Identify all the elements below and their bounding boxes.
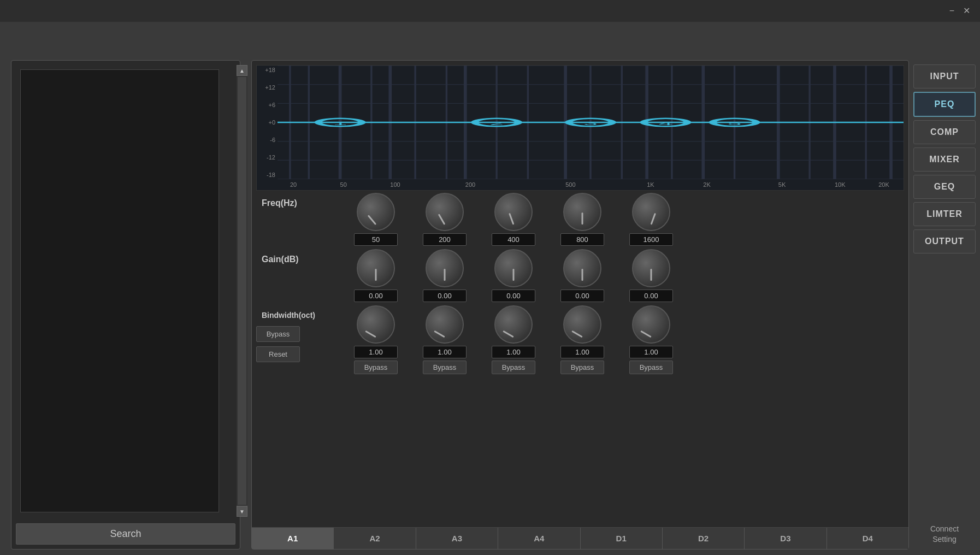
search-button[interactable]: Search bbox=[16, 523, 235, 545]
bw-knob-3-col: 1.00 Bypass bbox=[481, 305, 546, 374]
channel-tab-d2[interactable]: D2 bbox=[663, 528, 745, 549]
bw-knob-5[interactable] bbox=[632, 305, 670, 344]
freq-knob-4[interactable] bbox=[563, 193, 601, 231]
y-label-12: +12 bbox=[265, 84, 275, 91]
gain-value-4[interactable]: 0.00 bbox=[560, 290, 604, 302]
minimize-button[interactable]: − bbox=[945, 7, 959, 15]
svg-text:4: 4 bbox=[659, 121, 673, 126]
left-list-area bbox=[20, 69, 219, 512]
right-panel: INPUT PEQ COMP MIXER GEQ LIMTER OUTPUT C… bbox=[909, 60, 980, 550]
graph-area: 1 2 3 4 5 bbox=[278, 66, 904, 179]
bw-value-3[interactable]: 1.00 bbox=[492, 346, 535, 358]
freq-value-2[interactable]: 200 bbox=[423, 233, 467, 246]
bw-knob-4[interactable] bbox=[563, 305, 601, 344]
y-label-n6: -6 bbox=[270, 137, 275, 143]
gain-knob-1-col: 0.00 bbox=[344, 249, 408, 302]
gain-row: Gain(dB) 0.00 0.00 0.00 0.00 bbox=[256, 249, 904, 302]
x-label-1k: 1K bbox=[647, 181, 654, 188]
freq-value-5[interactable]: 1600 bbox=[629, 233, 673, 246]
bypass-button-1[interactable]: Bypass bbox=[354, 361, 398, 374]
channel-tabs: A1 A2 A3 A4 D1 D2 D3 D4 bbox=[252, 527, 908, 549]
close-button[interactable]: ✕ bbox=[959, 7, 975, 15]
gain-knob-4[interactable] bbox=[563, 249, 601, 287]
bypass-button-5[interactable]: Bypass bbox=[629, 361, 673, 374]
x-label-500: 500 bbox=[565, 181, 575, 188]
gain-knob-5[interactable] bbox=[632, 249, 670, 287]
y-label-18: +18 bbox=[265, 67, 275, 73]
x-label-100: 100 bbox=[390, 181, 400, 188]
gain-value-3[interactable]: 0.00 bbox=[492, 290, 535, 302]
geq-button[interactable]: GEQ bbox=[913, 175, 976, 199]
freq-label: Freq(Hz) bbox=[256, 193, 344, 208]
gain-value-1[interactable]: 0.00 bbox=[354, 290, 398, 302]
output-button[interactable]: OUTPUT bbox=[913, 229, 976, 253]
gain-label: Gain(dB) bbox=[256, 249, 344, 264]
freq-value-4[interactable]: 800 bbox=[560, 233, 604, 246]
limter-button[interactable]: LIMTER bbox=[913, 202, 976, 226]
main-panel: +18 +12 +6 +0 -6 -12 -18 bbox=[251, 60, 909, 550]
x-label-5k: 5K bbox=[778, 181, 786, 188]
bw-value-2[interactable]: 1.00 bbox=[423, 346, 467, 358]
x-label-10k: 10K bbox=[835, 181, 846, 188]
channel-tab-d4[interactable]: D4 bbox=[827, 528, 908, 549]
bw-value-1[interactable]: 1.00 bbox=[354, 346, 398, 358]
global-bypass-button[interactable]: Bypass bbox=[256, 326, 300, 342]
bw-value-5[interactable]: 1.00 bbox=[629, 346, 673, 358]
freq-knob-2[interactable] bbox=[426, 193, 464, 231]
scrollbar-track: ▲ ▼ bbox=[237, 65, 247, 517]
channel-tab-a3[interactable]: A3 bbox=[416, 528, 498, 549]
bw-knobs: 1.00 Bypass 1.00 Bypass 1.00 Bypass 1.00… bbox=[344, 305, 683, 374]
x-label-2k: 2K bbox=[703, 181, 710, 188]
bypass-button-4[interactable]: Bypass bbox=[560, 361, 604, 374]
comp-button[interactable]: COMP bbox=[913, 120, 976, 144]
x-label-200: 200 bbox=[465, 181, 475, 188]
bw-knob-2[interactable] bbox=[426, 305, 464, 344]
gain-knob-4-col: 0.00 bbox=[550, 249, 615, 302]
freq-knob-5-col: 1600 bbox=[619, 193, 683, 246]
scroll-up-button[interactable]: ▲ bbox=[237, 65, 247, 76]
gain-value-5[interactable]: 0.00 bbox=[629, 290, 673, 302]
gain-value-2[interactable]: 0.00 bbox=[423, 290, 467, 302]
side-buttons: Bypass Reset bbox=[256, 324, 344, 362]
gain-knobs: 0.00 0.00 0.00 0.00 0.00 bbox=[344, 249, 683, 302]
peq-button[interactable]: PEQ bbox=[913, 92, 976, 117]
gain-knob-1[interactable] bbox=[357, 249, 395, 287]
freq-value-3[interactable]: 400 bbox=[492, 233, 535, 246]
graph-x-labels: 20 50 100 200 500 1K 2K 5K 10K 20K bbox=[278, 179, 904, 190]
freq-value-1[interactable]: 50 bbox=[354, 233, 398, 246]
bw-knob-1[interactable] bbox=[357, 305, 395, 344]
svg-text:2: 2 bbox=[489, 121, 504, 126]
bw-value-4[interactable]: 1.00 bbox=[560, 346, 604, 358]
bw-knob-3[interactable] bbox=[494, 305, 533, 344]
connect-setting[interactable]: ConnectSetting bbox=[913, 524, 976, 545]
bw-label: Bindwidth(oct) Bypass Reset bbox=[256, 305, 344, 362]
channel-tab-a1[interactable]: A1 bbox=[252, 528, 334, 549]
channel-tab-a2[interactable]: A2 bbox=[334, 528, 416, 549]
bypass-button-2[interactable]: Bypass bbox=[423, 361, 467, 374]
channel-tab-a4[interactable]: A4 bbox=[498, 528, 580, 549]
y-label-n18: -18 bbox=[267, 172, 275, 178]
gain-knob-3[interactable] bbox=[494, 249, 533, 287]
input-button[interactable]: INPUT bbox=[913, 64, 976, 88]
bw-row: Bindwidth(oct) Bypass Reset 1.00 Bypass … bbox=[256, 305, 904, 374]
freq-knobs: 50 200 400 800 1600 bbox=[344, 193, 683, 246]
freq-knob-3[interactable] bbox=[494, 193, 533, 231]
gain-knob-5-col: 0.00 bbox=[619, 249, 683, 302]
freq-knob-5[interactable] bbox=[632, 193, 670, 231]
svg-text:3: 3 bbox=[583, 121, 598, 126]
reset-button[interactable]: Reset bbox=[256, 346, 300, 362]
left-panel: ▲ ▼ Search bbox=[11, 60, 240, 550]
mixer-button[interactable]: MIXER bbox=[913, 147, 976, 172]
channel-tab-d3[interactable]: D3 bbox=[745, 528, 826, 549]
freq-knob-1[interactable] bbox=[357, 193, 395, 231]
bypass-button-3[interactable]: Bypass bbox=[492, 361, 535, 374]
x-label-50: 50 bbox=[340, 181, 347, 188]
freq-knob-4-col: 800 bbox=[550, 193, 615, 246]
eq-svg: 1 2 3 4 5 bbox=[278, 66, 904, 179]
scrollbar-thumb[interactable] bbox=[238, 77, 246, 505]
scroll-down-button[interactable]: ▼ bbox=[237, 506, 247, 517]
gain-knob-3-col: 0.00 bbox=[481, 249, 546, 302]
gain-knob-2[interactable] bbox=[426, 249, 464, 287]
freq-knob-1-col: 50 bbox=[344, 193, 408, 246]
channel-tab-d1[interactable]: D1 bbox=[581, 528, 663, 549]
